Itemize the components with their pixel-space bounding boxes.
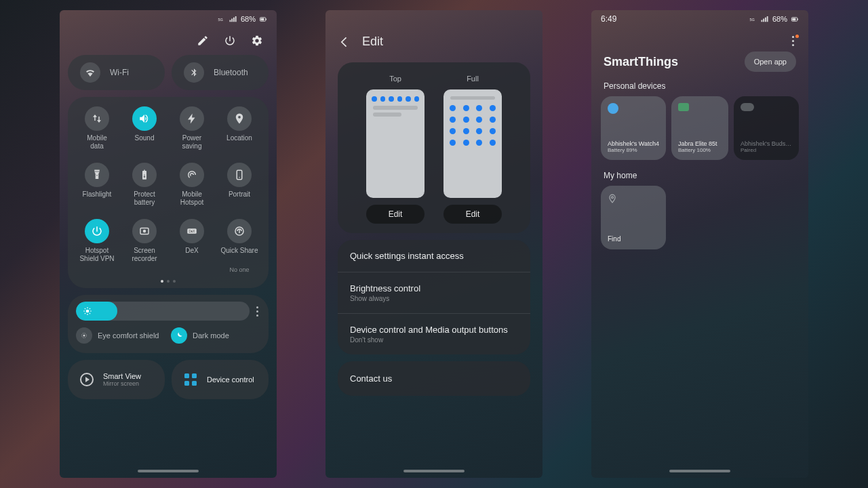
moon-icon — [171, 327, 187, 344]
app-title: SmartThings — [604, 55, 678, 69]
svg-line-16 — [85, 308, 85, 309]
open-app-button[interactable]: Open app — [745, 52, 796, 72]
sun-icon — [83, 306, 92, 316]
brightness-more-button[interactable] — [256, 306, 260, 317]
layout-option-top[interactable]: Top Edit — [366, 75, 425, 224]
eye-comfort-toggle[interactable]: Eye comfort shield — [76, 327, 165, 344]
quick-tile-vpn[interactable]: HotspotShield VPN — [73, 219, 121, 273]
device-icon — [741, 103, 754, 111]
contact-us-label: Contact us — [350, 373, 392, 384]
network-5g-icon: 5G — [749, 16, 757, 23]
device-control-tile[interactable]: Device control — [172, 360, 269, 399]
personal-devices-label: Personal devices — [591, 81, 808, 96]
tile-label: MobileHotspot — [180, 190, 203, 207]
brightness-slider[interactable] — [76, 302, 250, 321]
quick-tile-protect-battery[interactable]: Protectbattery — [121, 163, 168, 207]
portrait-icon — [227, 163, 252, 187]
smart-view-sub: Mirror screen — [103, 380, 141, 387]
more-menu-button[interactable] — [792, 36, 796, 46]
smart-view-title: Smart View — [103, 372, 141, 380]
layout-full-label: Full — [467, 75, 479, 83]
device-card[interactable]: Abhishek's Watch4Battery 89% — [601, 96, 666, 160]
quick-tile-mobile-data[interactable]: Mobiledata — [73, 106, 121, 150]
tile-label: Flashlight — [83, 190, 112, 207]
back-icon[interactable] — [338, 35, 351, 49]
edit-full-button[interactable]: Edit — [443, 205, 502, 224]
protect-battery-icon — [132, 163, 157, 187]
battery-icon — [791, 16, 799, 23]
device-name: Jabra Elite 85t — [678, 140, 722, 147]
quick-settings-panel: 5G 68% Wi-Fi Bluetooth MobiledataSoundPo… — [60, 10, 277, 478]
bluetooth-toggle[interactable]: Bluetooth — [172, 55, 269, 90]
device-status: Battery 100% — [678, 147, 722, 153]
quick-tile-dex[interactable]: DeXDeX — [168, 219, 216, 273]
tile-label: Screenrecorder — [132, 247, 157, 263]
sound-icon — [132, 106, 157, 131]
device-icon — [608, 103, 618, 114]
location-pin-icon — [608, 192, 617, 205]
layout-top-preview — [366, 89, 425, 198]
dark-mode-toggle[interactable]: Dark mode — [171, 327, 260, 344]
quick-tile-hotspot[interactable]: MobileHotspot — [168, 163, 216, 207]
quick-tile-portrait[interactable]: Portrait — [216, 163, 263, 207]
layout-top-label: Top — [389, 75, 401, 83]
settings-item[interactable]: Quick settings instant access — [338, 240, 530, 272]
edit-top-button[interactable]: Edit — [366, 205, 425, 224]
svg-text:5G: 5G — [218, 18, 222, 22]
tile-label: Protectbattery — [134, 190, 155, 207]
power-icon[interactable] — [224, 35, 236, 47]
bluetooth-label: Bluetooth — [214, 68, 248, 77]
bluetooth-icon — [184, 62, 204, 83]
device-status: Paired — [741, 147, 792, 153]
eye-comfort-icon — [76, 327, 92, 344]
status-bar: 6:49 5G 68% — [591, 10, 808, 28]
page-indicator — [73, 273, 263, 283]
home-indicator[interactable] — [669, 470, 730, 472]
quick-share-icon — [227, 219, 252, 243]
svg-rect-3 — [260, 18, 264, 20]
battery-pct: 68% — [772, 15, 787, 23]
edit-icon[interactable] — [197, 35, 209, 47]
device-name: Abhishek's Watch4 — [608, 140, 659, 147]
smart-view-tile[interactable]: Smart View Mirror screen — [68, 360, 165, 399]
find-card[interactable]: Find — [601, 186, 666, 249]
device-icon — [678, 103, 689, 111]
settings-item[interactable]: Brightness controlShow always — [338, 272, 530, 313]
settings-item[interactable]: Device control and Media output buttonsD… — [338, 313, 530, 354]
svg-rect-4 — [237, 170, 242, 180]
screen-recorder-icon — [132, 219, 157, 243]
network-5g-icon: 5G — [218, 16, 226, 23]
home-indicator[interactable] — [403, 470, 465, 472]
tile-label: Powersaving — [182, 134, 202, 150]
layout-option-full[interactable]: Full Edit — [443, 75, 502, 224]
edit-settings-list: Quick settings instant accessBrightness … — [338, 240, 530, 354]
settings-item-sub: Don't show — [350, 336, 518, 344]
eye-comfort-label: Eye comfort shield — [98, 331, 159, 340]
find-label: Find — [608, 235, 659, 243]
settings-item-title: Brightness control — [350, 283, 518, 293]
power-saving-icon — [180, 106, 204, 131]
device-card[interactable]: Abhishek's Buds2 ...Paired — [734, 96, 799, 160]
smart-view-icon — [79, 371, 95, 388]
wifi-toggle[interactable]: Wi-Fi — [68, 55, 165, 90]
gear-icon[interactable] — [251, 35, 263, 47]
quick-tile-quick-share[interactable]: Quick ShareNo one — [216, 219, 263, 273]
mobile-data-icon — [85, 106, 109, 131]
device-card[interactable]: Jabra Elite 85tBattery 100% — [671, 96, 728, 160]
quick-tile-location[interactable]: Location — [216, 106, 263, 150]
quick-tile-screen-recorder[interactable]: Screenrecorder — [121, 219, 168, 273]
svg-rect-30 — [792, 18, 795, 20]
svg-point-7 — [143, 230, 146, 233]
brightness-panel: Eye comfort shield Dark mode — [68, 295, 269, 353]
status-time: 6:49 — [601, 14, 616, 24]
panel-header-actions — [60, 28, 277, 55]
quick-tile-power-saving[interactable]: Powersaving — [168, 106, 216, 150]
home-indicator[interactable] — [138, 470, 199, 472]
flashlight-icon — [85, 163, 109, 187]
layout-preview-card: Top Edit Full — [338, 62, 530, 233]
quick-tile-sound[interactable]: Sound — [121, 106, 168, 150]
contact-us-item[interactable]: Contact us — [338, 361, 530, 396]
quick-tile-flashlight[interactable]: Flashlight — [73, 163, 121, 207]
svg-rect-25 — [184, 381, 189, 386]
signal-icon — [229, 16, 237, 23]
